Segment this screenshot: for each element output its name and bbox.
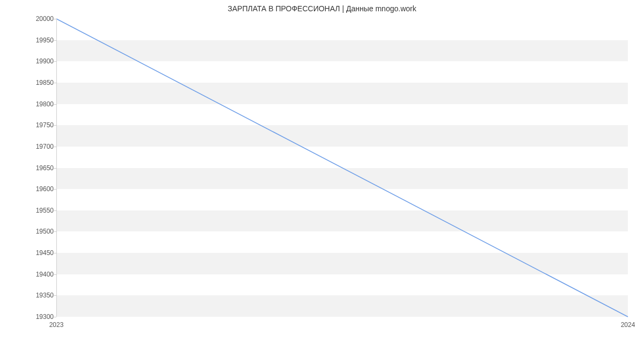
y-tick-label: 19600 xyxy=(32,185,54,193)
line-layer xyxy=(56,19,628,317)
y-tick-mark xyxy=(53,295,56,296)
series-line xyxy=(56,19,628,317)
y-tick-label: 19650 xyxy=(32,164,54,172)
salary-chart: ЗАРПЛАТА В ПРОФЕССИОНАЛ | Данные mnogo.w… xyxy=(0,0,644,349)
y-tick-mark xyxy=(53,19,56,19)
y-tick-mark xyxy=(53,147,56,147)
y-tick-label: 19450 xyxy=(32,249,54,257)
y-tick-label: 19500 xyxy=(32,228,54,235)
y-tick-label: 20000 xyxy=(32,15,54,23)
y-tick-mark xyxy=(53,210,56,211)
y-tick-mark xyxy=(53,61,56,62)
y-tick-mark xyxy=(53,83,56,83)
y-tick-mark xyxy=(53,274,56,275)
y-tick-mark xyxy=(53,231,56,232)
y-axis-line xyxy=(56,19,57,317)
y-tick-label: 19950 xyxy=(32,37,54,44)
y-tick-label: 19300 xyxy=(32,313,54,321)
x-tick-label: 2024 xyxy=(621,321,635,329)
y-tick-mark xyxy=(53,104,56,105)
y-tick-mark xyxy=(53,125,56,126)
y-tick-label: 19850 xyxy=(32,79,54,86)
y-tick-mark xyxy=(53,189,56,190)
x-tick-label: 2023 xyxy=(49,321,64,329)
y-tick-mark xyxy=(53,40,56,41)
y-tick-label: 19750 xyxy=(32,121,54,129)
plot-area xyxy=(56,19,628,317)
y-tick-label: 19900 xyxy=(32,57,54,65)
chart-title: ЗАРПЛАТА В ПРОФЕССИОНАЛ | Данные mnogo.w… xyxy=(0,4,644,13)
y-tick-label: 19800 xyxy=(32,100,54,108)
y-tick-mark xyxy=(53,168,56,169)
y-tick-label: 19400 xyxy=(32,271,54,278)
y-tick-label: 19350 xyxy=(32,292,54,299)
y-tick-mark xyxy=(53,317,56,317)
y-tick-label: 19550 xyxy=(32,207,54,214)
y-tick-mark xyxy=(53,253,56,253)
y-tick-label: 19700 xyxy=(32,143,54,150)
